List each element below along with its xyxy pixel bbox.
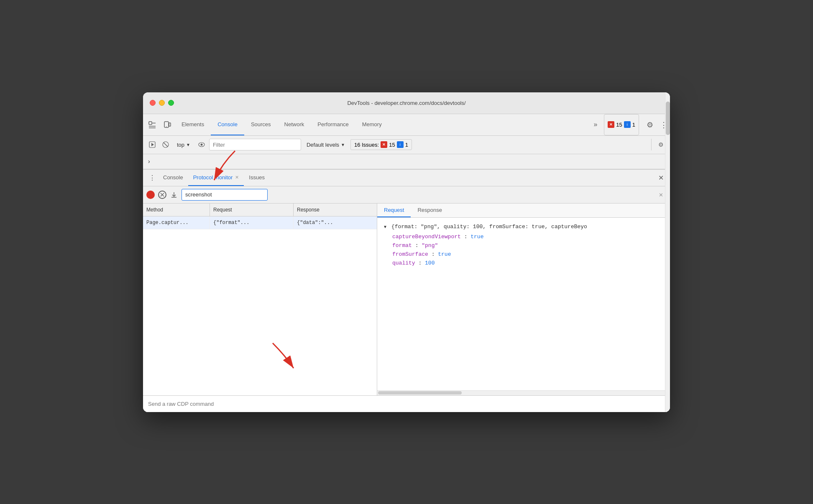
- cell-method: Page.captur...: [143, 216, 210, 229]
- drawer-tab-console[interactable]: Console: [158, 170, 188, 186]
- devtools-tabs-bar: Elements Console Sources Network Perform…: [143, 114, 670, 136]
- detail-content: ▼ {format: "png", quality: 100, fromSurf…: [377, 218, 670, 390]
- json-fields: captureBeyondViewport : true format : "p…: [392, 233, 663, 267]
- column-header-request: Request: [210, 204, 294, 216]
- svg-rect-0: [149, 122, 152, 125]
- close-button[interactable]: [150, 100, 156, 106]
- window-scrollbar-thumb: [666, 102, 670, 135]
- run-script-button[interactable]: [146, 139, 158, 150]
- tab-console[interactable]: Console: [211, 114, 244, 135]
- json-summary: ▼ {format: "png", quality: 100, fromSurf…: [384, 223, 663, 232]
- settings-button[interactable]: ⚙: [642, 114, 657, 136]
- table-body: Page.captur... {"format"... {"data":"...: [143, 216, 377, 395]
- window-scrollbar[interactable]: [665, 92, 670, 412]
- breadcrumb-chevron[interactable]: ›: [148, 158, 150, 165]
- column-header-response: Response: [294, 204, 377, 216]
- detail-panel: Request Response ▼ {format: "png", quali…: [377, 204, 670, 395]
- cell-request: {"format"...: [210, 216, 294, 229]
- record-button[interactable]: [146, 191, 155, 199]
- json-field-captureBeyond: captureBeyondViewport : true: [392, 233, 663, 242]
- context-selector[interactable]: top ▼: [173, 140, 194, 150]
- inspect-element-button[interactable]: [145, 114, 160, 136]
- drawer-tabs-bar: ⋮ Console Protocol monitor ✕ Issues ✕: [143, 170, 670, 186]
- breadcrumb-bar: ›: [143, 154, 670, 169]
- issues-error-icon: ✕: [381, 141, 387, 148]
- traffic-lights: [150, 100, 174, 106]
- drawer: ⋮ Console Protocol monitor ✕ Issues ✕: [143, 169, 670, 412]
- protocol-search-input[interactable]: [182, 189, 268, 201]
- search-wrapper: ✕: [182, 189, 667, 201]
- json-field-quality: quality : 100: [392, 259, 663, 268]
- detail-tabs: Request Response: [377, 204, 670, 218]
- svg-point-6: [166, 126, 167, 127]
- svg-marker-8: [151, 143, 154, 146]
- issues-info-icon: i: [397, 141, 404, 148]
- download-button[interactable]: [170, 191, 178, 199]
- main-tabs-list: Elements Console Sources Network Perform…: [175, 114, 590, 135]
- info-icon: i: [624, 121, 631, 128]
- eye-icon-button[interactable]: [196, 139, 207, 150]
- json-field-format: format : "png": [392, 242, 663, 250]
- cell-response: {"data":"...: [294, 216, 377, 229]
- scrollbar-thumb: [378, 391, 462, 395]
- toolbar-divider: [651, 139, 652, 150]
- tab-memory[interactable]: Memory: [355, 114, 389, 135]
- error-badge[interactable]: ✕ 15 i 1: [604, 114, 639, 135]
- drawer-tab-close-icon[interactable]: ✕: [235, 175, 239, 180]
- detail-tab-request[interactable]: Request: [377, 204, 411, 217]
- protocol-table-left: Method Request Response Page.captur... {…: [143, 204, 377, 395]
- detail-tab-response[interactable]: Response: [411, 204, 449, 217]
- tab-network[interactable]: Network: [278, 114, 311, 135]
- cdp-command-input[interactable]: [148, 401, 665, 407]
- log-levels-button[interactable]: Default levels ▼: [303, 140, 349, 150]
- protocol-search-bar: ✕: [143, 186, 670, 204]
- filter-input[interactable]: [209, 139, 301, 150]
- drawer-more-button[interactable]: ⋮: [146, 169, 158, 186]
- tab-performance[interactable]: Performance: [311, 114, 355, 135]
- svg-point-12: [200, 144, 202, 146]
- search-clear-button[interactable]: ✕: [659, 191, 663, 198]
- tabs-overflow-button[interactable]: »: [590, 114, 601, 135]
- json-field-fromSurface: fromSurface : true: [392, 250, 663, 259]
- clear-button[interactable]: [158, 191, 166, 199]
- tab-elements[interactable]: Elements: [175, 114, 211, 135]
- minimize-button[interactable]: [159, 100, 165, 106]
- maximize-button[interactable]: [168, 100, 174, 106]
- clear-console-button[interactable]: [160, 139, 171, 150]
- column-header-method: Method: [143, 204, 210, 216]
- drawer-tab-issues[interactable]: Issues: [244, 170, 270, 186]
- tab-sources[interactable]: Sources: [244, 114, 278, 135]
- error-icon: ✕: [608, 121, 614, 128]
- table-header: Method Request Response: [143, 204, 377, 216]
- bottom-bar: [143, 395, 670, 412]
- issues-badge[interactable]: 16 Issues: ✕ 15 i 1: [350, 139, 412, 150]
- title-bar: DevTools - developer.chrome.com/docs/dev…: [143, 92, 670, 114]
- svg-rect-5: [169, 123, 171, 126]
- window-title: DevTools - developer.chrome.com/docs/dev…: [347, 100, 465, 106]
- protocol-table: Method Request Response Page.captur... {…: [143, 204, 670, 395]
- horizontal-scrollbar[interactable]: [377, 390, 670, 395]
- table-row[interactable]: Page.captur... {"format"... {"data":"...: [143, 216, 377, 229]
- svg-line-10: [164, 143, 168, 147]
- protocol-monitor-content: ✕ Method Request Response Page.captur...: [143, 186, 670, 395]
- drawer-tab-protocol-monitor[interactable]: Protocol monitor ✕: [188, 170, 244, 186]
- device-toolbar-button[interactable]: [160, 114, 175, 136]
- console-toolbar: top ▼ Default levels ▼ 16 Issues: ✕ 15 i…: [143, 136, 670, 154]
